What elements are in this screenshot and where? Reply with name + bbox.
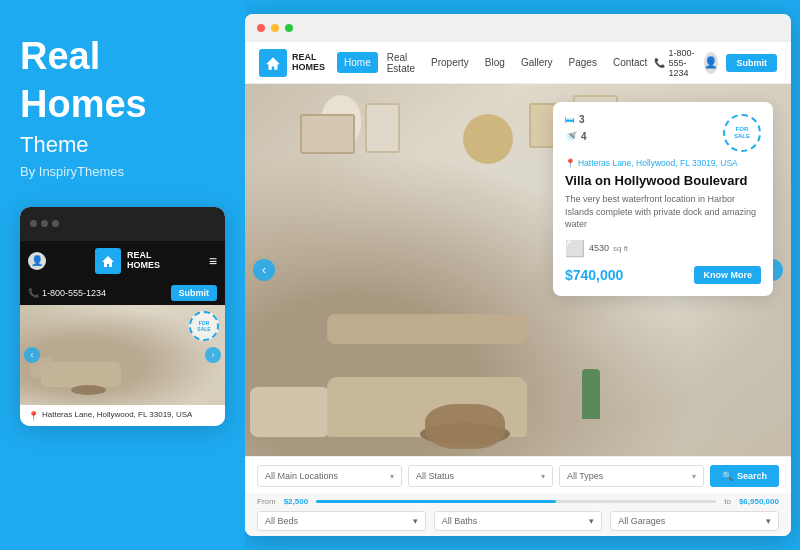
- desktop-phone-icon: 📞: [654, 58, 665, 68]
- mobile-window-dots: [30, 220, 59, 227]
- round-pouf: [425, 404, 505, 449]
- mobile-table: [71, 385, 106, 395]
- desktop-user-icon[interactable]: 👤: [704, 52, 718, 74]
- card-icons-col: 🛏 3 🚿 4: [565, 114, 587, 142]
- baths-select[interactable]: All Baths ▾: [434, 511, 603, 531]
- search-bar: All Main Locations ▾ All Status ▾ All Ty…: [245, 456, 791, 493]
- desktop-logo-icon: [259, 49, 287, 77]
- desktop-mockup: REAL HOMES Home Real Estate Property Blo…: [245, 14, 791, 536]
- hero-prev-arrow[interactable]: ‹: [253, 259, 275, 281]
- plant-decor: [582, 369, 600, 419]
- brand-by: By InspiryThemes: [20, 164, 225, 179]
- brand-title: Real Homes: [20, 36, 225, 132]
- nav-link-pages[interactable]: Pages: [562, 52, 604, 73]
- bath-icon: 🚿: [565, 131, 577, 142]
- mobile-nav: 👤 REAL HOMES ≡: [20, 241, 225, 281]
- mobile-phone: 📞 1-800-555-1234: [28, 288, 106, 298]
- brand-subtitle: Theme: [20, 132, 225, 158]
- brand-name-line1: Real: [20, 36, 225, 78]
- garages-label: All Garages: [618, 516, 665, 526]
- card-location-pin-icon: 📍: [565, 158, 576, 168]
- desktop-hero: ‹ › 🛏 3 🚿 4 FORSALE: [245, 84, 791, 456]
- card-location: 📍 Hatteras Lane, Hollywood, FL 33019, US…: [565, 158, 761, 168]
- card-price: $740,000: [565, 267, 623, 283]
- garages-select[interactable]: All Garages ▾: [610, 511, 779, 531]
- window-dot-green: [285, 24, 293, 32]
- mobile-location-pin-icon: 📍: [28, 411, 39, 421]
- know-more-button[interactable]: Know More: [694, 266, 761, 284]
- types-select[interactable]: All Types ▾: [559, 465, 704, 487]
- nav-link-blog[interactable]: Blog: [478, 52, 512, 73]
- status-select[interactable]: All Status ▾: [408, 465, 553, 487]
- desktop-nav-right: 📞 1-800-555-1234 👤 Submit: [654, 48, 777, 78]
- mobile-sofa: [41, 362, 121, 387]
- types-chevron-icon: ▾: [692, 472, 696, 481]
- mobile-submit-button[interactable]: Submit: [171, 285, 218, 301]
- mobile-user-area: 👤: [28, 252, 46, 270]
- nav-link-realestate[interactable]: Real Estate: [380, 47, 422, 79]
- mobile-logo-icon: [95, 248, 121, 274]
- chair-left: [250, 387, 330, 437]
- mobile-user-icon: 👤: [28, 252, 46, 270]
- search-button-label: Search: [737, 471, 767, 481]
- desktop-submit-button[interactable]: Submit: [726, 54, 777, 72]
- mobile-logo: REAL HOMES: [95, 248, 160, 274]
- location-select-label: All Main Locations: [265, 471, 338, 481]
- garages-chevron-icon: ▾: [766, 516, 771, 526]
- card-beds-row: 🛏 3: [565, 114, 587, 125]
- card-baths-val: 4: [581, 131, 587, 142]
- price-slider-fill: [316, 500, 556, 503]
- mobile-hero-image: ‹ › FORSALE: [20, 305, 225, 405]
- card-sale-badge: FORSALE: [723, 114, 761, 152]
- mobile-dot-3: [52, 220, 59, 227]
- location-chevron-icon: ▾: [390, 472, 394, 481]
- mobile-dot-2: [41, 220, 48, 227]
- price-from-label: From: [257, 497, 276, 506]
- card-baths-row: 🚿 4: [565, 131, 587, 142]
- mobile-sale-badge: FORSALE: [189, 311, 219, 341]
- desktop-nav-links: Home Real Estate Property Blog Gallery P…: [337, 47, 654, 79]
- mobile-cta-bar: 📞 1-800-555-1234 Submit: [20, 281, 225, 305]
- card-title: Villa on Hollywood Boulevard: [565, 173, 761, 188]
- desktop-nav: REAL HOMES Home Real Estate Property Blo…: [245, 42, 791, 84]
- status-select-label: All Status: [416, 471, 454, 481]
- types-select-label: All Types: [567, 471, 603, 481]
- beds-baths-row: All Beds ▾ All Baths ▾ All Garages ▾: [245, 511, 791, 536]
- bed-icon: 🛏: [565, 114, 575, 125]
- status-chevron-icon: ▾: [541, 472, 545, 481]
- mobile-next-arrow[interactable]: ›: [205, 347, 221, 363]
- price-slider[interactable]: [316, 500, 716, 503]
- mobile-top-bar: [20, 207, 225, 241]
- price-to-label: to: [724, 497, 731, 506]
- nav-link-home[interactable]: Home: [337, 52, 378, 73]
- phone-icon: 📞: [28, 288, 39, 298]
- search-icon: 🔍: [722, 471, 733, 481]
- mobile-location-tag: 📍 Hatteras Lane, Hollywood, FL 33019, US…: [20, 405, 225, 426]
- area-icon: ⬜: [565, 239, 585, 258]
- card-area-unit: sq ft: [613, 244, 628, 253]
- price-from-val: $2,500: [284, 497, 308, 506]
- nav-link-gallery[interactable]: Gallery: [514, 52, 560, 73]
- beds-select[interactable]: All Beds ▾: [257, 511, 426, 531]
- sofa-back: [327, 314, 527, 344]
- price-range-row: From $2,500 to $6,950,000: [245, 493, 791, 511]
- location-select[interactable]: All Main Locations ▾: [257, 465, 402, 487]
- beds-chevron-icon: ▾: [413, 516, 418, 526]
- mobile-dot-1: [30, 220, 37, 227]
- mobile-location-text: Hatteras Lane, Hollywood, FL 33019, USA: [42, 410, 192, 419]
- right-panel: REAL HOMES Home Real Estate Property Blo…: [245, 0, 800, 550]
- search-button[interactable]: 🔍 Search: [710, 465, 779, 487]
- window-dot-yellow: [271, 24, 279, 32]
- hamburger-icon[interactable]: ≡: [209, 253, 217, 269]
- card-bottom: $740,000 Know More: [565, 266, 761, 284]
- card-top-row: 🛏 3 🚿 4 FORSALE: [565, 114, 761, 152]
- nav-link-property[interactable]: Property: [424, 52, 476, 73]
- left-panel: Real Homes Theme By InspiryThemes 👤 REAL: [0, 0, 245, 550]
- nav-link-contact[interactable]: Contact: [606, 52, 654, 73]
- card-beds-val: 3: [579, 114, 585, 125]
- mobile-logo-text: REAL HOMES: [127, 251, 160, 271]
- card-description: The very best waterfront location in Har…: [565, 193, 761, 231]
- mobile-prev-arrow[interactable]: ‹: [24, 347, 40, 363]
- card-area-row: ⬜ 4530 sq ft: [565, 239, 761, 258]
- property-card: 🛏 3 🚿 4 FORSALE 📍 Hatteras Lane, Hollywo…: [553, 102, 773, 296]
